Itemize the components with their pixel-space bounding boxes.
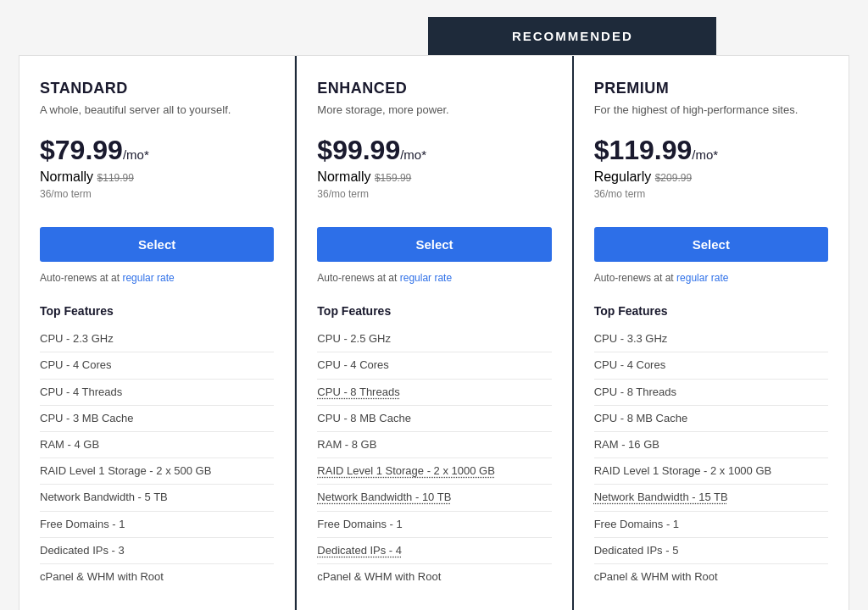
auto-renew-enhanced: Auto-renews at at regular rate [317,272,551,284]
feature-item: RAID Level 1 Storage - 2 x 500 GB [40,458,274,485]
feature-item: Dedicated IPs - 5 [594,538,828,564]
feature-item: RAM - 16 GB [594,432,828,458]
plan-premium: PREMIUM For the highest of high-performa… [574,56,849,610]
plan-name-standard: STANDARD [40,80,274,97]
feature-list-standard: CPU - 2.3 GHzCPU - 4 CoresCPU - 4 Thread… [40,326,274,590]
recommended-banner: RECOMMENDED [428,17,716,55]
plan-normally-premium: $209.99 [655,172,692,184]
plan-name-premium: PREMIUM [594,80,828,97]
plan-term-enhanced: 36/mo term [317,188,551,200]
feature-list-premium: CPU - 3.3 GHzCPU - 4 CoresCPU - 8 Thread… [594,326,828,590]
select-button-enhanced[interactable]: Select [317,227,551,262]
feature-list-enhanced: CPU - 2.5 GHzCPU - 4 CoresCPU - 8 Thread… [317,326,551,590]
plan-desc-premium: For the highest of high-performance site… [594,103,828,118]
feature-item: CPU - 4 Cores [317,352,551,379]
feature-item: CPU - 8 MB Cache [594,406,828,432]
feature-item: RAID Level 1 Storage - 2 x 1000 GB [594,458,828,485]
plan-term-premium: 36/mo term [594,188,828,200]
feature-item: CPU - 4 Threads [40,380,274,406]
feature-item: CPU - 8 Threads [594,380,828,406]
feature-item: CPU - 2.3 GHz [40,326,274,352]
auto-renew-standard: Auto-renews at at regular rate [40,272,274,284]
regular-rate-link-standard[interactable]: regular rate [122,272,174,284]
pricing-wrapper: RECOMMENDED STANDARD A whole, beautiful … [19,17,849,610]
plan-normally-standard: $119.99 [97,172,134,184]
plan-standard: STANDARD A whole, beautiful server all t… [19,56,295,610]
feature-item: CPU - 4 Cores [40,352,274,379]
plan-normally-label-premium: Regularly [594,169,655,184]
feature-item: CPU - 2.5 GHz [317,326,551,352]
plan-price-standard: $79.99/mo* [40,135,274,166]
feature-item: Network Bandwidth - 15 TB [594,485,828,511]
feature-item: Free Domains - 1 [317,512,551,538]
plan-normally-label-standard: Normally [40,169,97,184]
plans-row: STANDARD A whole, beautiful server all t… [19,55,849,610]
feature-item: Free Domains - 1 [40,512,274,538]
plan-normally-enhanced: $159.99 [375,172,411,184]
regular-rate-link-premium[interactable]: regular rate [676,272,728,284]
plan-normally-label-enhanced: Normally [317,169,375,184]
plan-term-standard: 36/mo term [40,188,274,200]
plan-desc-enhanced: More storage, more power. [317,103,551,118]
feature-item: cPanel & WHM with Root [40,564,274,590]
plan-enhanced: ENHANCED More storage, more power. $99.9… [295,56,573,610]
plan-price-enhanced: $99.99/mo* [317,135,551,166]
feature-item: RAM - 8 GB [317,432,551,458]
feature-item: CPU - 8 MB Cache [317,406,551,432]
feature-item: CPU - 4 Cores [594,352,828,379]
top-features-label-enhanced: Top Features [317,304,551,318]
feature-item: cPanel & WHM with Root [594,564,828,590]
feature-item: cPanel & WHM with Root [317,564,551,590]
feature-item: CPU - 3 MB Cache [40,406,274,432]
feature-item: RAID Level 1 Storage - 2 x 1000 GB [317,458,551,485]
plan-name-enhanced: ENHANCED [317,80,551,97]
feature-item: Dedicated IPs - 3 [40,538,274,564]
feature-item: Network Bandwidth - 5 TB [40,485,274,511]
plan-desc-standard: A whole, beautiful server all to yoursel… [40,103,274,118]
plan-price-premium: $119.99/mo* [594,135,828,166]
feature-item: RAM - 4 GB [40,432,274,458]
auto-renew-premium: Auto-renews at at regular rate [594,272,828,284]
select-button-standard[interactable]: Select [40,227,274,262]
top-features-label-standard: Top Features [40,304,274,318]
regular-rate-link-enhanced[interactable]: regular rate [400,272,452,284]
feature-item: Dedicated IPs - 4 [317,538,551,564]
select-button-premium[interactable]: Select [594,227,828,262]
feature-item: CPU - 8 Threads [317,380,551,406]
top-features-label-premium: Top Features [594,304,828,318]
feature-item: Network Bandwidth - 10 TB [317,485,551,511]
feature-item: Free Domains - 1 [594,512,828,538]
feature-item: CPU - 3.3 GHz [594,326,828,352]
